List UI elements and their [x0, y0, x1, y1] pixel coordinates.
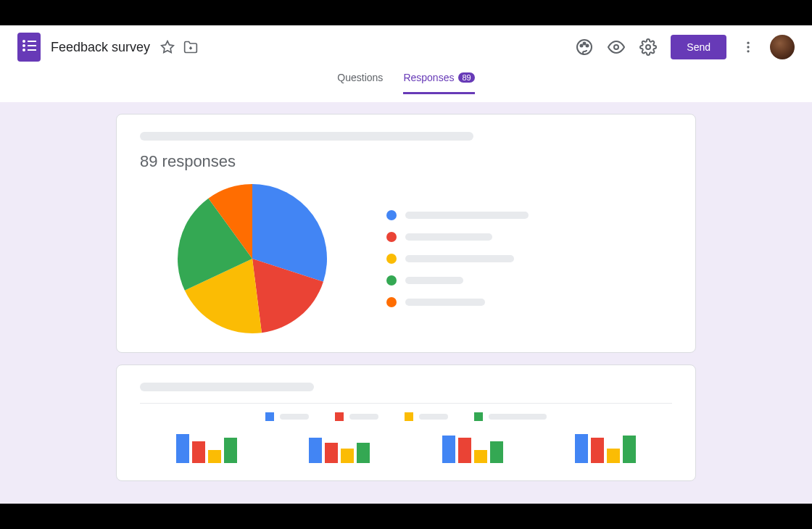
bar: [490, 441, 503, 463]
bar-chart-card: [116, 365, 696, 481]
tab-questions[interactable]: Questions: [337, 72, 383, 92]
pie-chart-card: 89 responses: [116, 114, 696, 353]
legend-square-icon: [265, 412, 274, 421]
svg-point-3: [587, 45, 589, 47]
svg-point-4: [584, 43, 586, 45]
bar-group: [575, 434, 636, 463]
legend-label-placeholder: [419, 414, 448, 420]
legend-dot-icon: [386, 254, 397, 264]
header-actions: Send: [575, 35, 795, 59]
bar-chart: [140, 427, 672, 463]
bar: [176, 434, 189, 463]
svg-marker-0: [162, 41, 174, 53]
legend-item: [386, 254, 529, 264]
question-title-placeholder: [140, 132, 473, 141]
legend-square-icon: [474, 412, 483, 421]
bar-group: [176, 434, 237, 463]
legend-label-placeholder: [405, 299, 485, 306]
tabs-bar: Questions Responses 89: [0, 69, 812, 102]
bar: [623, 436, 636, 463]
bar: [325, 443, 338, 463]
legend-label-placeholder: [280, 414, 309, 420]
legend-item: [386, 297, 529, 307]
question-title-placeholder-2: [140, 383, 314, 391]
legend-dot-icon: [386, 232, 397, 242]
svg-point-2: [581, 45, 583, 47]
send-button[interactable]: Send: [671, 35, 726, 59]
bar: [224, 438, 237, 463]
tab-responses-label: Responses: [403, 72, 454, 83]
bar: [575, 434, 588, 463]
legend-dot-icon: [386, 210, 397, 220]
legend-label-placeholder: [405, 212, 529, 219]
bar-group: [309, 438, 370, 463]
pie-legend: [386, 210, 529, 307]
document-title[interactable]: Feedback survey: [51, 40, 150, 55]
legend-item: [386, 210, 529, 220]
svg-point-8: [747, 46, 749, 48]
legend-square-icon: [335, 412, 344, 421]
legend-label-placeholder: [489, 414, 547, 420]
legend-dot-icon: [386, 275, 397, 286]
bottom-letterbox: [0, 504, 812, 529]
bar-group: [442, 436, 503, 463]
bar: [357, 443, 370, 463]
bar-legend-item: [474, 412, 547, 421]
top-letterbox: [0, 0, 812, 25]
bar-legend: [140, 403, 672, 421]
bar: [341, 449, 354, 463]
bar: [458, 438, 471, 463]
legend-label-placeholder: [349, 414, 378, 420]
forms-logo-icon[interactable]: [17, 33, 41, 62]
legend-label-placeholder: [405, 277, 463, 284]
content-area: 89 responses: [0, 102, 812, 529]
star-icon[interactable]: [159, 38, 176, 56]
move-to-folder-icon[interactable]: [182, 38, 199, 56]
preview-icon[interactable]: [607, 38, 626, 57]
account-avatar[interactable]: [770, 35, 795, 59]
bar-legend-item: [335, 412, 378, 421]
settings-icon[interactable]: [639, 38, 658, 57]
bar: [474, 450, 487, 463]
bar: [442, 436, 455, 463]
legend-label-placeholder: [405, 233, 492, 241]
tab-responses[interactable]: Responses 89: [403, 72, 474, 94]
legend-item: [386, 275, 529, 286]
bar: [309, 438, 322, 463]
more-menu-icon[interactable]: [740, 38, 757, 56]
svg-point-7: [747, 42, 749, 44]
bar-legend-item: [405, 412, 448, 421]
bar-legend-item: [265, 412, 309, 421]
app-header: Feedback survey Send: [0, 25, 812, 69]
bar: [607, 449, 620, 463]
svg-point-9: [747, 50, 749, 52]
legend-item: [386, 232, 529, 242]
pie-chart: [176, 183, 328, 335]
bar: [208, 450, 221, 463]
bar: [591, 438, 604, 463]
responses-count: 89 responses: [140, 152, 672, 171]
bar: [192, 441, 205, 463]
svg-point-6: [646, 45, 650, 49]
palette-icon[interactable]: [575, 38, 594, 57]
legend-square-icon: [405, 412, 413, 421]
svg-point-5: [614, 45, 618, 49]
responses-badge: 89: [458, 72, 474, 83]
legend-dot-icon: [386, 297, 397, 307]
legend-label-placeholder: [405, 255, 514, 262]
